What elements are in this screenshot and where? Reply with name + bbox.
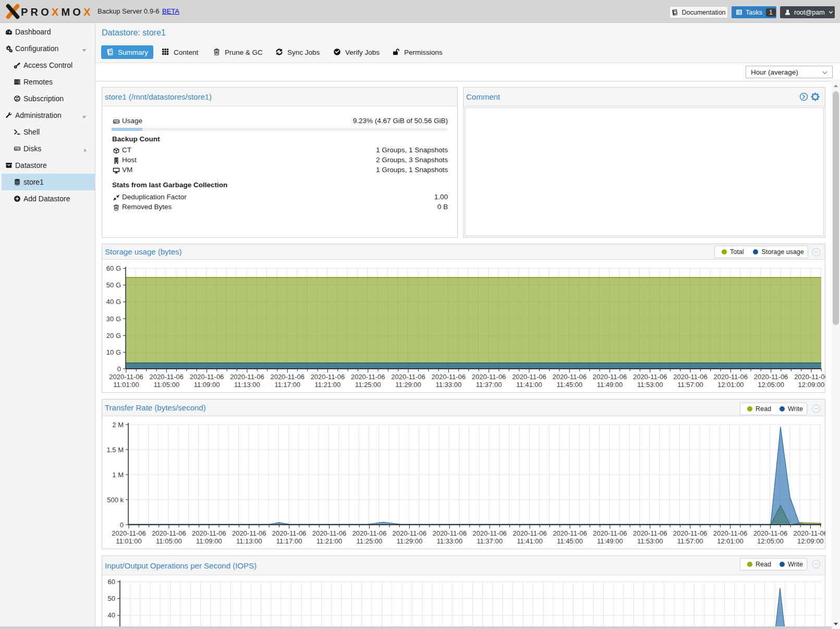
svg-text:11:49:00: 11:49:00 — [597, 381, 623, 389]
svg-text:11:25:00: 11:25:00 — [357, 537, 383, 545]
svg-text:2020-11-06: 2020-11-06 — [633, 529, 667, 537]
svg-text:2020-11-06: 2020-11-06 — [432, 529, 467, 537]
svg-text:2020-11-06: 2020-11-06 — [190, 373, 224, 381]
svg-text:500 k: 500 k — [107, 496, 124, 504]
svg-text:2020-11-06: 2020-11-06 — [272, 529, 307, 537]
svg-text:2020-11-06: 2020-11-06 — [393, 529, 427, 537]
svg-text:2 M: 2 M — [112, 421, 124, 429]
svg-text:11:37:00: 11:37:00 — [476, 381, 502, 389]
svg-text:12:05:00: 12:05:00 — [758, 381, 784, 389]
svg-text:2020-11-06: 2020-11-06 — [472, 373, 506, 381]
svg-text:40 G: 40 G — [106, 298, 121, 306]
svg-text:40: 40 — [108, 611, 115, 619]
svg-text:2020-11-06: 2020-11-06 — [714, 373, 748, 381]
svg-text:60: 60 — [108, 578, 115, 586]
svg-text:11:05:00: 11:05:00 — [156, 537, 182, 545]
svg-text:12:09:00: 12:09:00 — [798, 381, 825, 389]
svg-text:1.5 M: 1.5 M — [106, 446, 124, 454]
svg-text:11:13:00: 11:13:00 — [234, 381, 260, 389]
svg-text:2020-11-06: 2020-11-06 — [754, 373, 788, 381]
svg-text:2020-11-06: 2020-11-06 — [753, 529, 788, 537]
svg-text:11:13:00: 11:13:00 — [236, 537, 262, 545]
svg-text:2020-11-06: 2020-11-06 — [351, 373, 385, 381]
svg-text:11:21:00: 11:21:00 — [315, 381, 341, 389]
svg-text:11:41:00: 11:41:00 — [516, 381, 542, 389]
svg-text:11:45:00: 11:45:00 — [557, 537, 583, 545]
svg-text:11:29:00: 11:29:00 — [396, 537, 422, 545]
svg-text:2020-11-06: 2020-11-06 — [391, 373, 425, 381]
svg-text:12:01:00: 12:01:00 — [717, 381, 744, 389]
svg-text:1 M: 1 M — [112, 471, 124, 479]
svg-text:2020-11-06: 2020-11-06 — [150, 373, 184, 381]
svg-text:2020-11-06: 2020-11-06 — [673, 373, 708, 381]
svg-text:2020-11-06: 2020-11-06 — [794, 529, 825, 537]
svg-text:11:05:00: 11:05:00 — [153, 381, 179, 389]
svg-text:2020-11-06: 2020-11-06 — [109, 373, 143, 381]
svg-text:11:53:00: 11:53:00 — [637, 381, 663, 389]
svg-text:10 G: 10 G — [106, 348, 121, 356]
svg-text:2020-11-06: 2020-11-06 — [633, 373, 667, 381]
svg-text:2020-11-06: 2020-11-06 — [472, 529, 507, 537]
svg-text:11:57:00: 11:57:00 — [677, 381, 703, 389]
svg-text:2020-11-06: 2020-11-06 — [794, 373, 825, 381]
svg-text:12:09:00: 12:09:00 — [797, 537, 824, 545]
svg-text:2020-11-06: 2020-11-06 — [432, 373, 466, 381]
svg-text:2020-11-06: 2020-11-06 — [513, 529, 547, 537]
svg-text:2020-11-06: 2020-11-06 — [673, 529, 708, 537]
svg-text:2020-11-06: 2020-11-06 — [112, 529, 146, 537]
svg-text:11:45:00: 11:45:00 — [556, 381, 582, 389]
svg-text:50 G: 50 G — [106, 281, 121, 289]
svg-text:60 G: 60 G — [106, 264, 121, 272]
svg-text:2020-11-06: 2020-11-06 — [152, 529, 186, 537]
svg-text:11:01:00: 11:01:00 — [116, 537, 142, 545]
svg-text:2020-11-06: 2020-11-06 — [232, 529, 266, 537]
svg-text:2020-11-06: 2020-11-06 — [512, 373, 546, 381]
svg-text:0: 0 — [117, 365, 121, 373]
svg-text:11:21:00: 11:21:00 — [316, 537, 343, 545]
svg-text:11:09:00: 11:09:00 — [194, 381, 220, 389]
svg-text:2020-11-06: 2020-11-06 — [713, 529, 748, 537]
svg-text:11:09:00: 11:09:00 — [196, 537, 222, 545]
svg-text:2020-11-06: 2020-11-06 — [270, 373, 305, 381]
svg-text:11:25:00: 11:25:00 — [355, 381, 381, 389]
svg-text:11:29:00: 11:29:00 — [395, 381, 421, 389]
svg-text:2020-11-06: 2020-11-06 — [552, 373, 587, 381]
svg-text:2020-11-06: 2020-11-06 — [312, 529, 347, 537]
svg-text:11:17:00: 11:17:00 — [276, 537, 302, 545]
svg-text:11:53:00: 11:53:00 — [637, 537, 663, 545]
svg-text:11:41:00: 11:41:00 — [517, 537, 543, 545]
svg-text:2020-11-06: 2020-11-06 — [230, 373, 264, 381]
svg-text:11:37:00: 11:37:00 — [477, 537, 503, 545]
svg-text:11:01:00: 11:01:00 — [113, 381, 139, 389]
svg-text:30 G: 30 G — [106, 315, 121, 323]
svg-text:11:57:00: 11:57:00 — [677, 537, 703, 545]
svg-text:2020-11-06: 2020-11-06 — [311, 373, 345, 381]
svg-text:2020-11-06: 2020-11-06 — [593, 373, 627, 381]
svg-text:2020-11-06: 2020-11-06 — [192, 529, 226, 537]
svg-text:PROXMOX: PROXMOX — [21, 6, 93, 18]
svg-text:2020-11-06: 2020-11-06 — [593, 529, 627, 537]
svg-text:20 G: 20 G — [106, 332, 121, 340]
svg-text:2020-11-06: 2020-11-06 — [352, 529, 387, 537]
svg-text:11:33:00: 11:33:00 — [435, 381, 461, 389]
svg-text:0: 0 — [120, 521, 124, 529]
svg-text:11:17:00: 11:17:00 — [274, 381, 300, 389]
svg-text:12:05:00: 12:05:00 — [757, 537, 784, 545]
svg-text:12:01:00: 12:01:00 — [717, 537, 744, 545]
svg-text:11:33:00: 11:33:00 — [436, 537, 462, 545]
svg-text:2020-11-06: 2020-11-06 — [553, 529, 587, 537]
svg-text:11:49:00: 11:49:00 — [597, 537, 623, 545]
svg-text:50: 50 — [108, 595, 115, 602]
